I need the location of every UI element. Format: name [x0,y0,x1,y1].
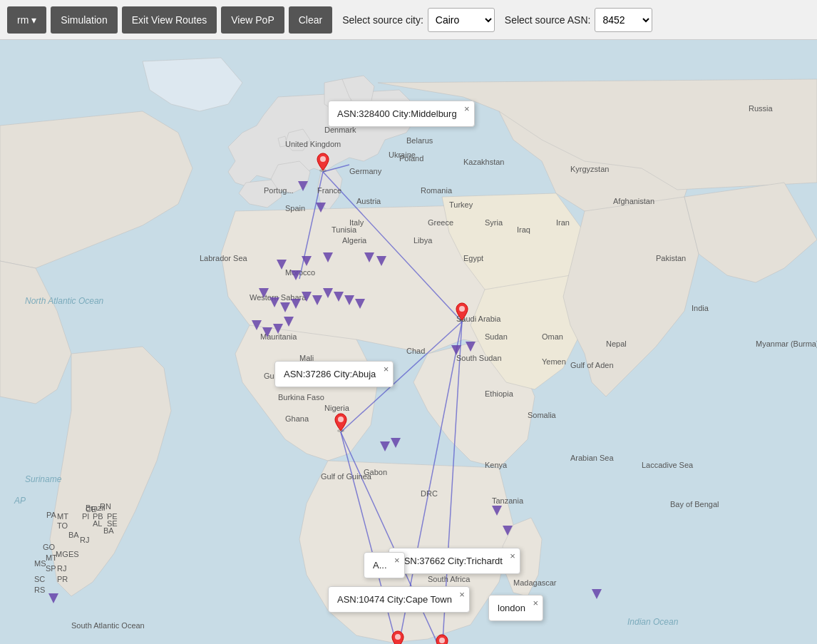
kenya-label: Kenya [485,461,508,469]
arabian-sea-label: Arabian Sea [570,454,614,462]
poland-label: Poland [399,154,423,163]
arrow-marker-14 [344,295,354,305]
laccadive-sea-label: Laccadive Sea [642,461,694,469]
arrow-marker-26 [492,506,502,516]
arrow-marker-23 [391,438,401,448]
ap-label: AP [14,496,26,506]
arrow-marker-15 [355,299,365,309]
svg-text:PI: PI [82,512,89,521]
source-asn-select[interactable]: 8452372861047432840037662 [595,8,652,32]
svg-text:GO: GO [43,543,56,551]
popup-close-btn-popup4[interactable]: × [459,590,465,599]
spain-label: Spain [285,204,305,213]
algeria-label: Algeria [342,236,367,245]
platform-label: rm [17,14,29,26]
tanzania-label: Tanzania [492,496,524,505]
svg-point-41 [439,638,445,643]
source-city-select[interactable]: CairoLondonNew YorkTokyoSydney [428,8,495,32]
toolbar: rm ▾ Simulation Exit View Routes View Po… [0,0,817,40]
partial-popup2-close-btn[interactable]: × [533,598,538,608]
svg-text:MG: MG [56,550,68,558]
tunisia-label: Tunisia [332,225,357,234]
svg-text:RJ: RJ [57,564,66,573]
popup-text: ASN:10474 City:Cape Town [337,594,452,605]
map-pin-pin3[interactable] [333,412,349,432]
south-atlantic-ocean-label: South Atlantic Ocean [71,621,145,630]
arrow-marker-25 [466,342,476,352]
arrow-marker-4 [302,256,312,266]
arrow-marker-16 [252,320,262,330]
popup-text: ASN:37286 City:Abuja [284,369,376,379]
popup-popup4: ASN:10474 City:Cape Town× [328,586,470,613]
map-container[interactable]: Russia Finland Belarus Ukraine Kazakhsta… [0,40,817,644]
source-city-label: Select source city: [342,14,423,26]
arrow-marker-2 [277,260,287,270]
arrow-marker-5 [323,252,333,262]
popup-close-btn-popup1[interactable]: × [464,104,470,113]
svg-text:BA: BA [103,526,114,535]
suriname-label: Suriname [25,474,62,484]
belarus-label: Belarus [406,136,433,145]
austria-label: Austria [356,197,381,205]
arrow-marker-3 [291,270,301,280]
arrow-marker-18 [273,324,283,334]
svg-text:ES: ES [68,550,79,558]
svg-text:SP: SP [46,564,56,573]
svg-text:PA: PA [46,511,57,519]
oman-label: Oman [542,332,563,341]
svg-text:BA: BA [68,531,79,539]
romania-label: Romania [421,186,453,195]
svg-text:RJ: RJ [80,536,89,544]
platform-dropdown-btn[interactable]: rm ▾ [7,6,46,34]
somalia-label: Somalia [528,411,557,419]
arrow-marker-0 [298,181,308,191]
myanmar-label: Myanmar (Burma) [756,339,817,348]
greece-label: Greece [428,218,453,227]
clear-button[interactable]: Clear [289,6,332,34]
popup-text: ASN:328400 City:Middelburg [337,108,457,119]
partial-popup-close-btn[interactable]: × [394,556,400,565]
svg-text:MT: MT [46,553,57,562]
gulf-of-aden-label: Gulf of Aden [570,361,614,369]
arrow-marker-1 [316,203,326,213]
arrow-marker-21 [376,256,386,266]
popup-popup3: ASN:37662 City:Trichardt× [389,548,520,574]
gulf-of-guinea-label: Gulf of Guinea [321,472,372,481]
kyrgyzstan-label: Kyrgyzstan [570,165,609,173]
united-kingdom-label: United Kingdom [285,140,341,148]
iran-label: Iran [556,218,570,227]
ethiopia-label: Ethiopia [485,389,514,398]
svg-text:RN: RN [100,502,111,511]
kazakhstan-label: Kazakhstan [463,158,504,166]
view-pop-button[interactable]: View PoP [221,6,284,34]
madagascar-label: Madagascar [513,578,557,587]
map-pin-pin5[interactable] [434,633,450,644]
popup-close-btn-popup2[interactable]: × [384,364,389,374]
arrow-marker-12 [323,288,333,298]
svg-text:RS: RS [34,586,45,594]
platform-dropdown-icon: ▾ [31,14,36,26]
bay-of-bengal-label: Bay of Bengal [670,500,719,508]
iraq-label: Iraq [517,225,530,234]
syria-label: Syria [485,218,503,227]
map-pin-pin1[interactable] [315,152,331,172]
indian-ocean-label: Indian Ocean [627,617,679,627]
egypt-label: Egypt [463,254,483,262]
map-pin-pin4[interactable] [390,630,406,644]
arrow-marker-24 [451,345,461,355]
labrador-sea-label: Labrador Sea [200,254,248,262]
arrow-marker-17 [262,327,272,337]
popup-popup2: ASN:37286 City:Abuja× [274,361,394,387]
exit-view-routes-button[interactable]: Exit View Routes [122,6,217,34]
libya-label: Libya [413,236,433,245]
arrow-marker-20 [364,252,374,262]
simulation-button[interactable]: Simulation [51,6,117,34]
germany-label: Germany [349,167,382,175]
south-africa-label: South Africa [428,575,471,583]
russia-label: Russia [749,104,774,113]
svg-point-39 [395,634,401,640]
popup-close-btn-popup3[interactable]: × [510,551,515,561]
nepal-label: Nepal [606,339,627,348]
arrow-marker-19 [284,317,294,327]
map-pin-pin2[interactable] [454,302,470,322]
